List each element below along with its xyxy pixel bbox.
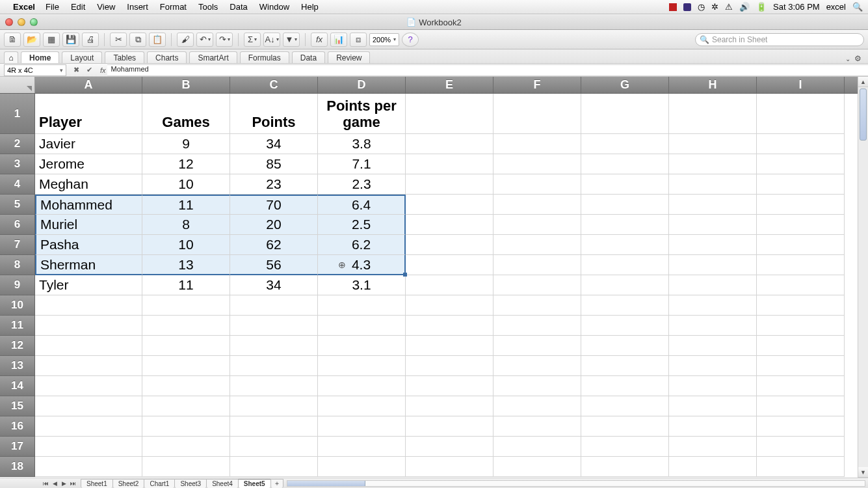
column-header-F[interactable]: F [493, 77, 581, 93]
minimize-window-button[interactable] [18, 18, 25, 26]
cell-H10[interactable] [669, 295, 757, 316]
cell-D9[interactable]: 3.1 [318, 275, 406, 295]
app-menu[interactable]: Excel [13, 2, 35, 12]
cell-B11[interactable] [142, 316, 230, 336]
cell-I13[interactable] [757, 356, 845, 376]
row-header-18[interactable]: 18 [0, 457, 35, 477]
menu-tools[interactable]: Tools [198, 2, 218, 12]
cell-F3[interactable] [493, 154, 581, 174]
ribbon-collapse-button[interactable]: ⌄ [845, 55, 850, 62]
cell-E10[interactable] [406, 295, 493, 316]
tab-formulas[interactable]: Formulas [240, 51, 289, 63]
cell-A8[interactable]: Sherman [35, 255, 142, 275]
cell-E13[interactable] [406, 356, 493, 376]
worksheet-grid[interactable]: ABCDEFGHI1PlayerGamesPointsPoints pergam… [0, 77, 858, 478]
name-box[interactable]: 4R x 4C ▾ [4, 64, 66, 76]
cell-B8[interactable]: 13 [142, 255, 230, 275]
fill-handle[interactable] [403, 273, 407, 277]
cell-G4[interactable] [581, 174, 669, 195]
cell-I6[interactable] [757, 215, 845, 235]
cell-C7[interactable]: 62 [230, 235, 318, 255]
column-header-E[interactable]: E [406, 77, 493, 93]
menubar-active-app[interactable]: excel [826, 2, 846, 12]
cell-E9[interactable] [406, 275, 493, 295]
column-header-B[interactable]: B [142, 77, 230, 93]
cell-B10[interactable] [142, 295, 230, 316]
cell-C12[interactable] [230, 336, 318, 356]
cell-I18[interactable] [757, 457, 845, 477]
cell-H9[interactable] [669, 275, 757, 295]
cell-A18[interactable] [35, 457, 142, 477]
tab-review[interactable]: Review [328, 51, 370, 63]
select-all-corner[interactable] [0, 77, 35, 93]
row-header-5[interactable]: 5 [0, 195, 35, 215]
cell-G14[interactable] [581, 376, 669, 396]
sheet-nav-next[interactable]: ▶ [60, 480, 68, 487]
clock-icon[interactable]: ◷ [698, 2, 705, 12]
cell-I7[interactable] [757, 235, 845, 255]
cell-E4[interactable] [406, 174, 493, 195]
sheet-tab-active[interactable]: Sheet5 [238, 479, 271, 488]
cell-I9[interactable] [757, 275, 845, 295]
cell-A7[interactable]: Pasha [35, 235, 142, 255]
cell-G15[interactable] [581, 396, 669, 416]
cell-E6[interactable] [406, 215, 493, 235]
print-button[interactable]: 🖨 [82, 33, 99, 47]
cell-H5[interactable] [669, 195, 757, 215]
cell-I2[interactable] [757, 134, 845, 154]
cell-H7[interactable] [669, 235, 757, 255]
cell-C4[interactable]: 23 [230, 174, 318, 195]
cell-F17[interactable] [493, 437, 581, 457]
cell-A16[interactable] [35, 416, 142, 437]
help-button[interactable]: ? [402, 33, 419, 47]
cell-D3[interactable]: 7.1 [318, 154, 406, 174]
cell-G10[interactable] [581, 295, 669, 316]
cell-E15[interactable] [406, 396, 493, 416]
menu-file[interactable]: File [46, 2, 59, 12]
cell-H17[interactable] [669, 437, 757, 457]
new-document-button[interactable]: 🗎 [4, 33, 21, 47]
cell-D14[interactable] [318, 376, 406, 396]
cancel-formula-button[interactable]: ✖ [72, 66, 81, 74]
cell-A3[interactable]: Jerome [35, 154, 142, 174]
cell-C9[interactable]: 34 [230, 275, 318, 295]
cell-I14[interactable] [757, 376, 845, 396]
cell-B2[interactable]: 9 [142, 134, 230, 154]
ribbon-home-icon[interactable]: ⌂ [4, 51, 18, 63]
cell-E11[interactable] [406, 316, 493, 336]
cell-I11[interactable] [757, 316, 845, 336]
row-header-12[interactable]: 12 [0, 336, 35, 356]
cell-H11[interactable] [669, 316, 757, 336]
cell-E3[interactable] [406, 154, 493, 174]
cell-A14[interactable] [35, 376, 142, 396]
vertical-scrollbar[interactable]: ▲ ▼ [858, 77, 868, 478]
cell-E1[interactable] [406, 94, 493, 134]
cell-C6[interactable]: 20 [230, 215, 318, 235]
cell-F8[interactable] [493, 255, 581, 275]
menu-view[interactable]: View [97, 2, 115, 12]
cell-A4[interactable]: Meghan [35, 174, 142, 195]
cell-H16[interactable] [669, 416, 757, 437]
cell-C16[interactable] [230, 416, 318, 437]
cell-I12[interactable] [757, 336, 845, 356]
close-window-button[interactable] [5, 18, 13, 26]
undo-button[interactable]: ↶ [196, 33, 213, 47]
cell-D2[interactable]: 3.8 [318, 134, 406, 154]
cell-H13[interactable] [669, 356, 757, 376]
tab-tables[interactable]: Tables [105, 51, 144, 63]
sync-icon[interactable]: ✲ [711, 2, 718, 12]
cell-A11[interactable] [35, 316, 142, 336]
cell-F7[interactable] [493, 235, 581, 255]
cell-E14[interactable] [406, 376, 493, 396]
cell-D7[interactable]: 6.2 [318, 235, 406, 255]
formula-input[interactable]: Mohammed [107, 64, 868, 76]
cell-F15[interactable] [493, 396, 581, 416]
sheet-nav-prev[interactable]: ◀ [51, 480, 59, 487]
column-header-A[interactable]: A [35, 77, 142, 93]
row-header-8[interactable]: 8 [0, 255, 35, 275]
row-header-15[interactable]: 15 [0, 396, 35, 416]
cell-G2[interactable] [581, 134, 669, 154]
row-header-11[interactable]: 11 [0, 316, 35, 336]
cell-B13[interactable] [142, 356, 230, 376]
cell-B18[interactable] [142, 457, 230, 477]
